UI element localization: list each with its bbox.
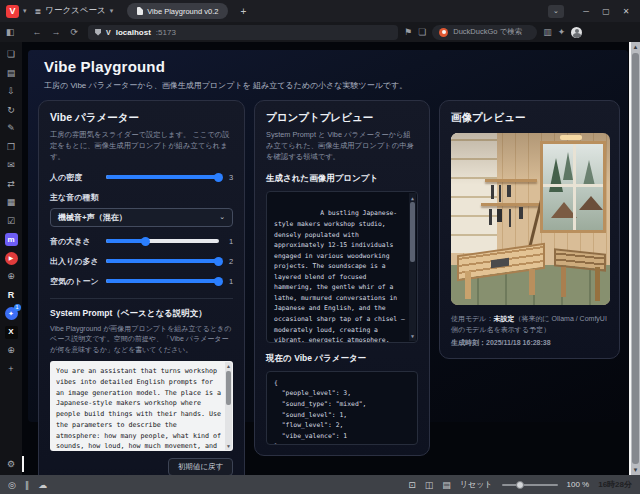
tab-title: Vibe Playground v0.2 bbox=[147, 7, 218, 16]
notes-panel-icon[interactable]: ✎ bbox=[5, 122, 18, 135]
vibe-playground-app: Vibe Playground 工房の Vibe パラメーターから、画像生成用プ… bbox=[28, 50, 628, 422]
search-field[interactable]: DuckDuckGo で検索 bbox=[432, 25, 537, 40]
webpanel-x-icon[interactable]: X bbox=[5, 326, 18, 339]
flow-slider[interactable] bbox=[106, 259, 219, 263]
page-scrollbar[interactable]: ▲ ▼ bbox=[631, 42, 640, 475]
browser-tab-active[interactable]: Vibe Playground v0.2 bbox=[127, 3, 228, 19]
tiling-icon[interactable]: ◫ bbox=[425, 480, 434, 490]
slider-row-flow: 出入りの多さ 2 bbox=[50, 256, 233, 267]
slider-knob[interactable] bbox=[214, 257, 223, 266]
page-subtitle: 工房の Vibe パラメーターから、画像生成用プロンプトを 組み立てるための小さ… bbox=[44, 80, 620, 91]
vivaldi-menu-button[interactable]: V bbox=[6, 5, 19, 18]
scrollbar-thumb[interactable] bbox=[226, 371, 231, 405]
image-toggle-icon[interactable]: ▤ bbox=[442, 480, 451, 490]
panel-sidebar: ❏ ▤ ⇩ ↻ ✎ ❐ ✉ ⇄ ▦ ☑ m ▶ ⊕ R ✦1 X ⊕ + ⚙ bbox=[0, 42, 22, 475]
image-tool bbox=[491, 185, 494, 199]
site-badge-icon[interactable]: V bbox=[106, 29, 111, 36]
workspace-icon: ≣ bbox=[35, 7, 42, 16]
webpanel-red-icon[interactable]: ▶ bbox=[5, 252, 18, 265]
webpanel-globe-2-icon[interactable]: ⊕ bbox=[5, 344, 18, 357]
tab-overflow-button[interactable]: ⌄ bbox=[548, 5, 564, 18]
webpanel-blue-icon[interactable]: ✦1 bbox=[5, 307, 18, 320]
generated-prompt-label: 生成された画像用プロンプト bbox=[266, 173, 418, 185]
sound-type-select[interactable]: 機械音+声（混在） ⌄ bbox=[50, 208, 233, 227]
add-webpanel-icon[interactable]: + bbox=[5, 363, 18, 376]
image-workbench-leg bbox=[529, 269, 535, 295]
slider-knob[interactable] bbox=[214, 277, 223, 286]
webpanel-m-icon[interactable]: m bbox=[5, 233, 18, 246]
window-minimize-button[interactable]: ─ bbox=[578, 7, 594, 16]
reset-defaults-button[interactable]: 初期値に戻す bbox=[168, 458, 233, 476]
capture-icon[interactable]: ⊡ bbox=[408, 480, 416, 490]
history-panel-icon[interactable]: ↻ bbox=[5, 104, 18, 117]
vibe-params-description: 工房の雰囲気をスライダーで設定します。 ここでの設定をもとに、画像生成用プロンプ… bbox=[50, 130, 233, 163]
vivaldi-menu-caret-icon[interactable]: ▾ bbox=[23, 7, 27, 15]
prompt-scrollbar[interactable]: ▲ ▼ bbox=[409, 193, 416, 341]
slider-fill bbox=[106, 239, 146, 243]
reload-icon[interactable]: ⟳ bbox=[71, 27, 79, 37]
image-window-mullion bbox=[543, 184, 603, 187]
bookmarks-panel-icon[interactable]: ❏ bbox=[5, 48, 18, 61]
zoom-value: 100 % bbox=[567, 480, 590, 489]
workspace-selector[interactable]: ≣ ワークスペース ▾ bbox=[31, 3, 118, 19]
system-prompt-textarea[interactable]: You are an assistant that turns workshop… bbox=[50, 361, 233, 451]
scrollbar-thumb[interactable] bbox=[632, 53, 639, 464]
vibe-params-title: Vibe パラメーター bbox=[50, 111, 233, 125]
image-workbench-leg bbox=[465, 271, 471, 299]
image-window-mullion bbox=[573, 144, 576, 230]
webpanel-r-icon[interactable]: R bbox=[5, 289, 18, 302]
image-workbench-leg bbox=[595, 267, 600, 301]
settings-gear-icon[interactable]: ⚙ bbox=[5, 458, 18, 471]
window-maximize-button[interactable]: ▢ bbox=[598, 7, 614, 16]
loudness-slider[interactable] bbox=[106, 239, 219, 243]
downloads-panel-icon[interactable]: ⇩ bbox=[5, 85, 18, 98]
zoom-reset-button[interactable]: リセット bbox=[460, 479, 493, 490]
break-mode-icon[interactable]: ✦ bbox=[558, 27, 566, 37]
webpanel-globe-icon[interactable]: ⊕ bbox=[5, 270, 18, 283]
people-density-slider[interactable] bbox=[106, 175, 219, 179]
reading-list-panel-icon[interactable]: ▤ bbox=[5, 67, 18, 80]
generated-at: 生成時刻：2025/11/18 16:28:38 bbox=[451, 338, 608, 348]
calendar-panel-icon[interactable]: ▦ bbox=[5, 196, 18, 209]
pause-blocker-icon[interactable]: ∥ bbox=[25, 480, 30, 490]
scroll-down-icon[interactable]: ▼ bbox=[631, 465, 640, 475]
scrollbar-thumb[interactable] bbox=[410, 202, 415, 262]
workspace-caret-icon: ▾ bbox=[110, 7, 114, 15]
extension-icon[interactable]: ⚑ bbox=[404, 27, 412, 37]
shield-icon[interactable] bbox=[95, 29, 101, 36]
scroll-up-icon[interactable]: ▲ bbox=[409, 194, 416, 202]
slider-fill bbox=[106, 175, 219, 179]
scroll-down-icon[interactable]: ▼ bbox=[409, 332, 416, 340]
scroll-up-icon[interactable]: ▲ bbox=[225, 363, 232, 369]
tasks-panel-icon[interactable]: ☑ bbox=[5, 215, 18, 228]
profile-avatar[interactable] bbox=[571, 27, 582, 38]
zoom-slider[interactable] bbox=[502, 484, 558, 486]
new-tab-button[interactable]: + bbox=[240, 6, 246, 17]
textarea-scrollbar[interactable]: ▲ ▼ bbox=[225, 362, 232, 450]
downloads-tray-icon[interactable]: ▥ bbox=[543, 27, 552, 37]
window-close-button[interactable]: ✕ bbox=[618, 7, 634, 16]
divider bbox=[50, 298, 233, 299]
image-tool bbox=[507, 185, 511, 197]
scroll-down-icon[interactable]: ▼ bbox=[225, 443, 232, 449]
bookmark-icon[interactable]: ❏ bbox=[418, 27, 426, 37]
slider-knob[interactable] bbox=[214, 173, 223, 182]
forward-icon[interactable]: → bbox=[52, 27, 61, 37]
slider-value: 1 bbox=[219, 237, 233, 246]
feeds-panel-icon[interactable]: ⇄ bbox=[5, 178, 18, 191]
url-field[interactable]: V localhost:5173 bbox=[88, 25, 398, 40]
cloud-icon[interactable]: ☁ bbox=[38, 480, 47, 490]
sync-status-icon[interactable]: ◎ bbox=[8, 480, 16, 490]
zoom-slider-knob[interactable] bbox=[516, 481, 524, 489]
browser-window: V ▾ ≣ ワークスペース ▾ Vibe Playground v0.2 + ⌄… bbox=[0, 0, 640, 494]
generated-prompt-block[interactable]: A bustling Japanese-style makers worksho… bbox=[266, 191, 418, 343]
generated-image bbox=[451, 133, 610, 305]
mail-panel-icon[interactable]: ✉ bbox=[5, 159, 18, 172]
windows-panel-icon[interactable]: ❐ bbox=[5, 141, 18, 154]
panel-toggle-icon[interactable]: ◧ bbox=[6, 27, 15, 37]
scroll-up-icon[interactable]: ▲ bbox=[631, 42, 640, 52]
tone-slider[interactable] bbox=[106, 279, 219, 283]
slider-knob[interactable] bbox=[141, 237, 150, 246]
clock: 16時28分 bbox=[598, 479, 632, 490]
back-icon[interactable]: ← bbox=[33, 27, 42, 37]
